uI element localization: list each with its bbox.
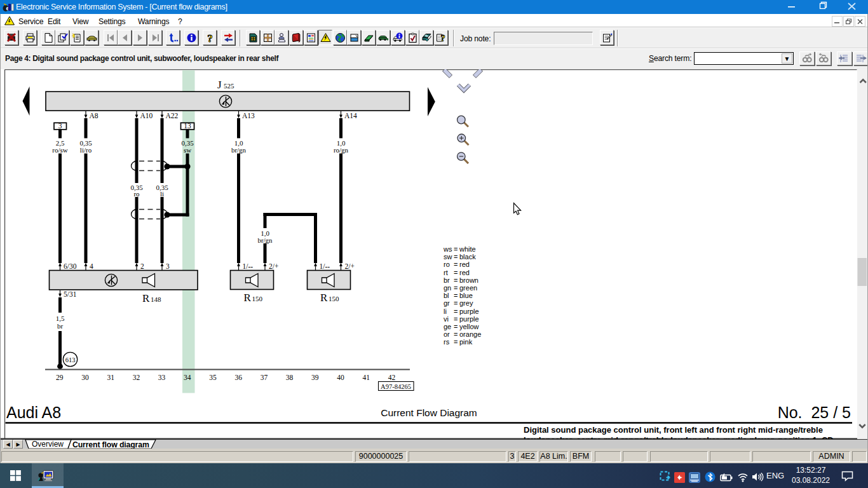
svg-text:white: white <box>459 245 476 253</box>
svg-text:R: R <box>142 292 150 304</box>
svg-text:br: br <box>444 276 450 284</box>
svg-text:li/ro: li/ro <box>80 146 92 154</box>
svg-text:=: = <box>454 315 458 323</box>
svg-text:148: 148 <box>151 295 161 303</box>
svg-text:or: or <box>444 330 450 338</box>
svg-text:2/+: 2/+ <box>269 262 278 270</box>
svg-text:3: 3 <box>58 122 62 130</box>
svg-text:ro/sw: ro/sw <box>52 146 68 154</box>
svg-text:3: 3 <box>166 262 170 270</box>
svg-text:li: li <box>160 190 164 198</box>
svg-text:=: = <box>454 269 458 276</box>
svg-text:rt: rt <box>444 269 448 276</box>
svg-text:=: = <box>454 261 458 268</box>
svg-text:orange: orange <box>459 330 481 338</box>
svg-text:grey: grey <box>459 299 473 307</box>
svg-text:?: ? <box>207 32 213 43</box>
svg-text:Digital sound package control: Digital sound package control unit, fron… <box>524 425 823 435</box>
svg-text:35: 35 <box>209 374 217 381</box>
svg-text:black: black <box>459 253 476 261</box>
svg-text:13: 13 <box>184 122 191 130</box>
svg-text:ro: ro <box>444 261 450 268</box>
svg-text:gr: gr <box>444 299 450 307</box>
svg-text:pink: pink <box>459 338 473 346</box>
svg-text:red: red <box>459 261 470 268</box>
svg-text:150: 150 <box>329 295 339 302</box>
svg-text:525: 525 <box>224 82 234 90</box>
svg-text:ge: ge <box>444 323 451 330</box>
svg-text:A97-84265: A97-84265 <box>381 383 411 390</box>
svg-text:=: = <box>454 299 458 307</box>
svg-text:ro: ro <box>133 190 140 198</box>
svg-text:purple: purple <box>459 315 479 323</box>
svg-text:37: 37 <box>261 374 268 381</box>
svg-text:No. 25 / 5: No. 25 / 5 <box>778 403 851 421</box>
svg-text:vi: vi <box>444 315 449 323</box>
svg-text:32: 32 <box>133 374 140 381</box>
svg-text:A13: A13 <box>242 112 255 119</box>
svg-text:A22: A22 <box>166 112 179 119</box>
svg-text:Current Flow Diagram: Current Flow Diagram <box>381 407 477 418</box>
svg-text:Overview: Overview <box>32 440 64 449</box>
svg-text:gn: gn <box>444 284 451 292</box>
svg-text:ro/gn: ro/gn <box>334 146 349 154</box>
svg-text:green: green <box>459 284 477 292</box>
svg-text:=: = <box>454 245 458 253</box>
svg-text:40: 40 <box>337 374 344 381</box>
svg-text:613: 613 <box>65 356 76 363</box>
svg-text:red: red <box>459 269 470 276</box>
svg-text:bl: bl <box>444 292 449 299</box>
svg-text:29: 29 <box>56 374 64 381</box>
svg-text:br: br <box>57 322 64 330</box>
svg-text:A14: A14 <box>344 112 357 119</box>
svg-text:brown: brown <box>459 276 478 284</box>
svg-text:6/30: 6/30 <box>64 262 77 270</box>
svg-text:33: 33 <box>158 374 166 381</box>
svg-text:R: R <box>244 292 252 304</box>
svg-text:1/--: 1/-- <box>320 262 330 270</box>
svg-text:=: = <box>454 323 458 330</box>
svg-text:30: 30 <box>81 374 89 381</box>
svg-text:blue: blue <box>459 292 473 299</box>
svg-text:rs: rs <box>444 338 450 346</box>
svg-text:yellow: yellow <box>459 323 479 330</box>
svg-text:sw: sw <box>444 253 452 261</box>
svg-text:A8: A8 <box>90 112 98 119</box>
svg-text:2: 2 <box>140 262 144 270</box>
svg-text:=: = <box>454 253 458 261</box>
svg-text:41: 41 <box>362 374 370 381</box>
svg-text:?: ? <box>441 33 445 43</box>
svg-text:38: 38 <box>286 374 294 381</box>
svg-text:5/31: 5/31 <box>64 290 77 298</box>
svg-text:4: 4 <box>90 262 93 270</box>
svg-text:34: 34 <box>184 374 191 381</box>
svg-text:=: = <box>454 292 458 299</box>
svg-text:Current flow diagram: Current flow diagram <box>72 440 149 449</box>
svg-text:39: 39 <box>311 374 319 381</box>
svg-text:A10: A10 <box>140 112 153 119</box>
svg-text:R: R <box>320 292 328 304</box>
svg-text:42: 42 <box>388 374 396 381</box>
svg-text:ws: ws <box>443 245 452 253</box>
svg-text:br/gn: br/gn <box>257 236 273 244</box>
svg-text:2/+: 2/+ <box>345 262 355 270</box>
svg-text:150: 150 <box>252 295 263 302</box>
svg-text:J: J <box>217 79 222 91</box>
svg-text:li: li <box>444 308 447 315</box>
svg-text:1/--: 1/-- <box>243 262 254 270</box>
svg-text:=: = <box>454 276 458 284</box>
svg-text:br/gn: br/gn <box>231 146 247 154</box>
svg-text:=: = <box>454 308 458 315</box>
svg-text:Audi A8: Audi A8 <box>6 403 61 421</box>
svg-text:1,5: 1,5 <box>56 315 65 322</box>
svg-text:=: = <box>454 330 458 338</box>
svg-text:36: 36 <box>234 374 242 381</box>
svg-text:=: = <box>454 284 458 292</box>
svg-text:31: 31 <box>107 374 114 381</box>
svg-text:purple: purple <box>459 308 479 315</box>
svg-text:sw: sw <box>184 146 191 154</box>
svg-text:=: = <box>454 338 458 346</box>
